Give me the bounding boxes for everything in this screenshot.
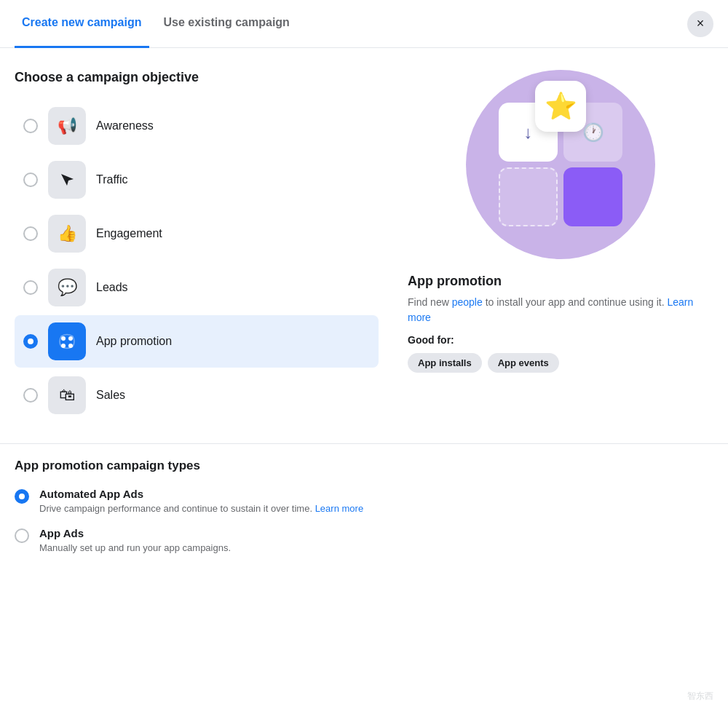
close-button[interactable]: ×: [687, 11, 713, 37]
tag-app-events: App events: [488, 353, 559, 373]
tab-existing-campaign[interactable]: Use existing campaign: [157, 0, 297, 48]
objective-item-sales[interactable]: 🛍 Sales: [15, 369, 379, 421]
tab-existing-label: Use existing campaign: [164, 16, 290, 29]
automated-text: Automated App Ads Drive campaign perform…: [39, 488, 363, 515]
objective-list: 📢 Awareness Traffic 👍 Engagement: [15, 100, 379, 421]
leads-icon: 💬: [48, 269, 86, 306]
tab-create-label: Create new campaign: [22, 16, 142, 29]
objective-item-awareness[interactable]: 📢 Awareness: [15, 100, 379, 152]
section-title: Choose a campaign objective: [15, 70, 379, 85]
automated-title: Automated App Ads: [39, 488, 363, 500]
sales-label: Sales: [96, 389, 125, 402]
preview-description: Find new people to install your app and …: [408, 295, 713, 325]
watermark: 智东西: [687, 690, 713, 702]
grid-cell-bottom-left: [499, 167, 558, 226]
tab-header: Create new campaign Use existing campaig…: [0, 0, 728, 48]
campaign-type-app-ads[interactable]: App Ads Manually set up and run your app…: [15, 527, 713, 555]
right-panel: ⭐ ↓ 🕐 App promotion Find new people to i…: [393, 70, 713, 421]
radio-awareness[interactable]: [23, 119, 38, 133]
radio-app-promotion[interactable]: [23, 334, 38, 349]
radio-app-ads[interactable]: [15, 528, 29, 543]
tab-create-campaign[interactable]: Create new campaign: [15, 0, 149, 48]
radio-sales[interactable]: [23, 388, 38, 403]
app-grid: ⭐ ↓ 🕐: [499, 103, 622, 226]
campaign-types-title: App promotion campaign types: [15, 459, 713, 473]
star-badge: ⭐: [535, 81, 586, 132]
objective-item-app-promotion[interactable]: App promotion: [15, 315, 379, 368]
app-promotion-illustration: ⭐ ↓ 🕐: [466, 70, 655, 259]
objective-item-leads[interactable]: 💬 Leads: [15, 261, 379, 314]
main-content: Choose a campaign objective 📢 Awareness …: [0, 48, 728, 436]
app-ads-desc: Manually set up and run your app campaig…: [39, 542, 231, 555]
tag-app-installs: App installs: [408, 353, 482, 373]
people-link[interactable]: people: [452, 296, 483, 308]
app-promotion-icon: [48, 322, 86, 360]
app-ads-title: App Ads: [39, 527, 231, 539]
objective-item-traffic[interactable]: Traffic: [15, 154, 379, 206]
automated-desc: Drive campaign performance and continue …: [39, 502, 363, 515]
learn-more-link-automated[interactable]: Learn more: [315, 503, 363, 514]
desc-text-2: to install your app and continue using i…: [483, 296, 668, 308]
svg-point-1: [68, 336, 73, 341]
app-promotion-label: App promotion: [96, 335, 172, 348]
bottom-section: App promotion campaign types Automated A…: [0, 443, 728, 588]
objective-item-engagement[interactable]: 👍 Engagement: [15, 207, 379, 260]
radio-engagement[interactable]: [23, 226, 38, 241]
sales-icon: 🛍: [48, 376, 86, 414]
tags-container: App installs App events: [408, 353, 713, 373]
clock-icon: 🕐: [582, 122, 604, 143]
traffic-label: Traffic: [96, 173, 128, 186]
close-icon: ×: [697, 16, 705, 31]
traffic-icon: [48, 161, 86, 199]
leads-label: Leads: [96, 281, 128, 294]
radio-leads[interactable]: [23, 280, 38, 295]
awareness-icon: 📢: [48, 107, 86, 145]
download-arrow-icon: ↓: [524, 122, 533, 143]
desc-text-1: Find new: [408, 296, 452, 308]
app-ads-text: App Ads Manually set up and run your app…: [39, 527, 231, 555]
engagement-label: Engagement: [96, 227, 162, 240]
campaign-type-automated[interactable]: Automated App Ads Drive campaign perform…: [15, 488, 713, 515]
radio-traffic[interactable]: [23, 173, 38, 187]
good-for-title: Good for:: [408, 334, 713, 346]
left-panel: Choose a campaign objective 📢 Awareness …: [15, 70, 379, 421]
engagement-icon: 👍: [48, 215, 86, 253]
preview-title: App promotion: [408, 274, 713, 289]
svg-point-0: [61, 336, 66, 341]
awareness-label: Awareness: [96, 119, 154, 132]
grid-cell-bottom-right: [563, 167, 622, 226]
radio-automated[interactable]: [15, 489, 29, 504]
